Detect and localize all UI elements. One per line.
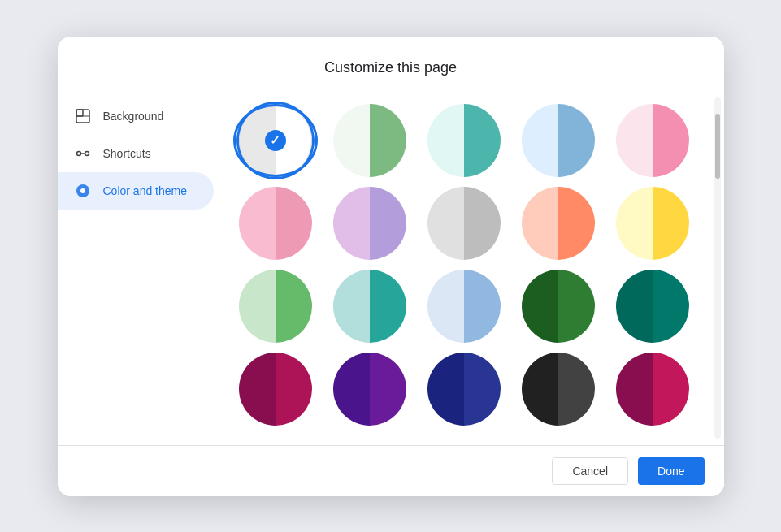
- color-swatch-7[interactable]: [422, 187, 506, 260]
- done-button[interactable]: Done: [638, 457, 704, 485]
- color-swatch-16[interactable]: [328, 353, 412, 426]
- scrollbar-thumb: [715, 114, 720, 179]
- color-swatch-14[interactable]: [610, 270, 695, 343]
- color-swatch-1[interactable]: [328, 104, 412, 177]
- scrollbar-track[interactable]: [714, 97, 721, 439]
- color-swatch-10[interactable]: [233, 270, 318, 343]
- color-swatch-17[interactable]: [422, 353, 506, 426]
- color-swatch-9[interactable]: [610, 187, 695, 260]
- sidebar-label-shortcuts: Shortcuts: [103, 147, 151, 160]
- dialog-footer: Cancel Done: [58, 445, 724, 496]
- shortcuts-icon: [74, 145, 92, 162]
- background-icon: [74, 107, 92, 125]
- svg-point-7: [80, 188, 85, 193]
- sidebar-item-shortcuts[interactable]: Shortcuts: [58, 135, 214, 172]
- sidebar-label-background: Background: [103, 110, 164, 123]
- svg-point-4: [85, 151, 89, 155]
- sidebar-label-color-theme: Color and theme: [103, 184, 188, 197]
- color-swatch-15[interactable]: [233, 353, 318, 426]
- svg-point-3: [76, 151, 80, 155]
- dialog-body: Background Shortcuts: [58, 91, 724, 445]
- color-theme-icon: [74, 182, 92, 200]
- color-swatch-12[interactable]: [422, 270, 506, 343]
- dialog-title: Customize this page: [58, 37, 724, 91]
- color-swatch-2[interactable]: [422, 104, 506, 177]
- color-swatch-4[interactable]: [610, 104, 695, 177]
- color-swatch-0[interactable]: ✓: [233, 104, 318, 177]
- color-grid: ✓: [233, 97, 695, 439]
- color-swatch-6[interactable]: [328, 187, 412, 260]
- sidebar: Background Shortcuts: [58, 91, 220, 445]
- sidebar-item-background[interactable]: Background: [58, 97, 214, 135]
- color-swatch-3[interactable]: [516, 104, 601, 177]
- color-swatch-5[interactable]: [233, 187, 318, 260]
- customize-dialog: Customize this page Background: [58, 37, 724, 496]
- selected-checkmark: ✓: [265, 130, 286, 151]
- color-swatch-11[interactable]: [328, 270, 412, 343]
- color-swatch-18[interactable]: [516, 353, 601, 426]
- color-grid-area: ✓: [220, 91, 714, 445]
- color-swatch-8[interactable]: [516, 187, 601, 260]
- sidebar-item-color-theme[interactable]: Color and theme: [58, 172, 214, 210]
- svg-rect-1: [76, 110, 83, 116]
- cancel-button[interactable]: Cancel: [552, 457, 628, 485]
- color-swatch-13[interactable]: [516, 270, 601, 343]
- color-swatch-19[interactable]: [610, 353, 695, 426]
